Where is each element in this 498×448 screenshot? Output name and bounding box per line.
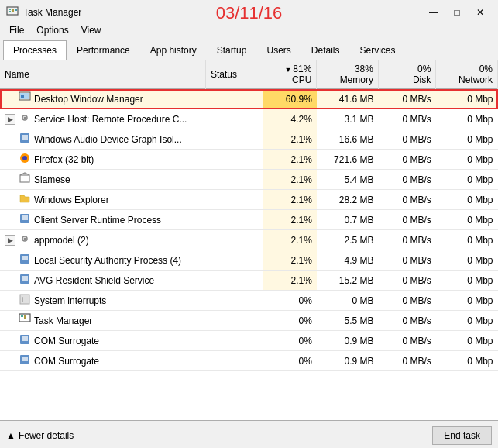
process-memory-cell: 15.2 MB bbox=[317, 271, 379, 291]
col-header-disk[interactable]: 0% Disk bbox=[378, 60, 435, 89]
process-network-cell: 0 Mbp bbox=[436, 89, 498, 109]
process-icon: i bbox=[19, 293, 31, 308]
table-row[interactable]: Siamese 2.1% 5.4 MB 0 MB/s 0 Mbp bbox=[0, 170, 498, 190]
svg-rect-14 bbox=[20, 175, 29, 182]
process-name-text: System interrupts bbox=[34, 295, 106, 306]
process-disk-cell: 0 MB/s bbox=[378, 190, 435, 210]
svg-rect-26 bbox=[21, 315, 23, 317]
table-row[interactable]: Windows Audio Device Graph Isol... 2.1% … bbox=[0, 129, 498, 150]
process-network-cell: 0 Mbp bbox=[436, 250, 498, 271]
process-name-cell: COM Surrogate bbox=[0, 351, 205, 371]
process-status-cell bbox=[205, 129, 263, 150]
menu-view[interactable]: View bbox=[75, 23, 108, 37]
process-network-cell: 0 Mbp bbox=[436, 109, 498, 129]
process-name-cell: COM Surrogate bbox=[0, 331, 205, 351]
svg-rect-11 bbox=[22, 135, 28, 140]
table-row[interactable]: Client Server Runtime Process 2.1% 0.7 M… bbox=[0, 210, 498, 230]
process-name-text: Firefox (32 bit) bbox=[34, 154, 94, 165]
process-cpu-cell: 2.1% bbox=[263, 170, 317, 190]
tab-startup[interactable]: Startup bbox=[207, 40, 257, 60]
process-status-cell bbox=[205, 89, 263, 109]
process-tbody: Desktop Window Manager 60.9% 41.6 MB 0 M… bbox=[0, 89, 498, 371]
process-cpu-cell: 2.1% bbox=[263, 190, 317, 210]
process-name-cell: Local Security Authority Process (4) bbox=[0, 250, 205, 271]
process-status-cell bbox=[205, 190, 263, 210]
process-disk-cell: 0 MB/s bbox=[378, 331, 435, 351]
table-row[interactable]: ▶ appmodel (2) 2.1% 2.5 MB 0 MB/s 0 Mbp bbox=[0, 230, 498, 250]
process-network-cell: 0 Mbp bbox=[436, 129, 498, 150]
process-name-text: COM Surrogate bbox=[34, 336, 99, 346]
col-header-memory[interactable]: 38% Memory bbox=[317, 60, 379, 89]
svg-rect-4 bbox=[15, 9, 17, 11]
status-bar: ▲ Fewer details End task bbox=[0, 422, 498, 448]
table-row[interactable]: AVG Resident Shield Service 2.1% 15.2 MB… bbox=[0, 271, 498, 291]
arrow-up-icon: ▲ bbox=[6, 430, 15, 441]
close-button[interactable]: ✕ bbox=[469, 5, 492, 20]
maximize-button[interactable]: □ bbox=[445, 5, 469, 20]
tab-users[interactable]: Users bbox=[256, 40, 301, 60]
tabs: Processes Performance App history Startu… bbox=[0, 37, 498, 60]
process-memory-cell: 2.5 MB bbox=[317, 230, 379, 250]
process-disk-cell: 0 MB/s bbox=[378, 250, 435, 271]
process-name-cell: Siamese bbox=[0, 170, 205, 190]
menu-file[interactable]: File bbox=[3, 23, 30, 37]
process-icon bbox=[19, 253, 31, 267]
process-status-cell bbox=[205, 150, 263, 170]
process-cpu-cell: 0% bbox=[263, 331, 317, 351]
col-header-name[interactable]: Name bbox=[0, 60, 205, 89]
process-name-text: appmodel (2) bbox=[34, 235, 89, 246]
process-status-cell bbox=[205, 250, 263, 271]
minimize-button[interactable]: — bbox=[422, 5, 445, 20]
col-header-cpu[interactable]: ▼81% CPU bbox=[263, 60, 317, 89]
col-header-status[interactable]: Status bbox=[205, 60, 263, 89]
process-name-text: Task Manager bbox=[34, 315, 92, 326]
svg-rect-29 bbox=[22, 336, 28, 341]
process-network-cell: 0 Mbp bbox=[436, 230, 498, 250]
expand-button[interactable]: ▶ bbox=[5, 114, 15, 125]
process-name-cell: Desktop Window Manager bbox=[0, 89, 205, 109]
process-name-text: Service Host: Remote Procedure C... bbox=[34, 114, 187, 125]
process-memory-cell: 0 MB bbox=[317, 291, 379, 311]
tab-services[interactable]: Services bbox=[350, 40, 406, 60]
table-row[interactable]: COM Surrogate 0% 0.9 MB 0 MB/s 0 Mbp bbox=[0, 331, 498, 351]
process-cpu-cell: 60.9% bbox=[263, 89, 317, 109]
process-name-cell: Firefox (32 bit) bbox=[0, 150, 205, 170]
tab-app-history[interactable]: App history bbox=[140, 40, 207, 60]
process-memory-cell: 5.5 MB bbox=[317, 311, 379, 331]
process-network-cell: 0 Mbp bbox=[436, 190, 498, 210]
table-row[interactable]: Windows Explorer 2.1% 28.2 MB 0 MB/s 0 M… bbox=[0, 190, 498, 210]
process-icon bbox=[19, 333, 31, 348]
table-row[interactable]: ▶ Service Host: Remote Procedure C... 4.… bbox=[0, 109, 498, 129]
fewer-details-label: Fewer details bbox=[19, 430, 74, 441]
col-header-network[interactable]: 0% Network bbox=[436, 60, 498, 89]
process-table: Name Status ▼81% CPU 38% Memory 0% bbox=[0, 60, 498, 371]
window-controls: — □ ✕ bbox=[422, 5, 492, 20]
process-icon bbox=[19, 353, 31, 368]
process-icon bbox=[19, 112, 31, 126]
table-row[interactable]: Firefox (32 bit) 2.1% 721.6 MB 0 MB/s 0 … bbox=[0, 150, 498, 170]
expand-button[interactable]: ▶ bbox=[5, 235, 15, 246]
table-row[interactable]: i System interrupts 0% 0 MB 0 MB/s 0 Mbp bbox=[0, 291, 498, 311]
tab-details[interactable]: Details bbox=[301, 40, 350, 60]
process-network-cell: 0 Mbp bbox=[436, 291, 498, 311]
title-bar-left: Task Manager bbox=[6, 6, 81, 19]
svg-rect-2 bbox=[9, 11, 11, 12]
fewer-details-button[interactable]: ▲ Fewer details bbox=[6, 430, 74, 441]
process-cpu-cell: 2.1% bbox=[263, 230, 317, 250]
tab-performance[interactable]: Performance bbox=[67, 40, 140, 60]
tab-processes[interactable]: Processes bbox=[3, 40, 67, 60]
table-row[interactable]: Desktop Window Manager 60.9% 41.6 MB 0 M… bbox=[0, 89, 498, 109]
process-name-cell: Client Server Runtime Process bbox=[0, 210, 205, 230]
menu-options[interactable]: Options bbox=[30, 23, 74, 37]
table-row[interactable]: Local Security Authority Process (4) 2.1… bbox=[0, 250, 498, 271]
process-status-cell bbox=[205, 210, 263, 230]
table-row[interactable]: COM Surrogate 0% 0.9 MB 0 MB/s 0 Mbp bbox=[0, 351, 498, 371]
process-table-container[interactable]: Name Status ▼81% CPU 38% Memory 0% bbox=[0, 60, 498, 420]
svg-rect-3 bbox=[12, 9, 14, 12]
process-cpu-cell: 2.1% bbox=[263, 250, 317, 271]
table-row[interactable]: Task Manager 0% 5.5 MB 0 MB/s 0 Mbp bbox=[0, 311, 498, 331]
end-task-button[interactable]: End task bbox=[432, 426, 492, 445]
process-memory-cell: 3.1 MB bbox=[317, 109, 379, 129]
process-network-cell: 0 Mbp bbox=[436, 271, 498, 291]
svg-rect-31 bbox=[22, 357, 28, 361]
